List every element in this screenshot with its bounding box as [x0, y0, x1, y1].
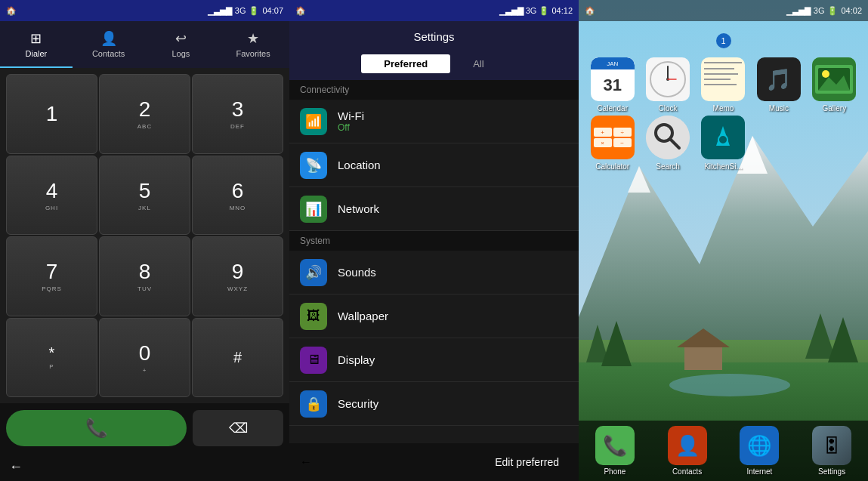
settings-signal: ▁▃▅▇ [499, 6, 524, 15]
wifi-icon: 📶 [300, 108, 327, 135]
app-kitchen[interactable]: KitchenSi... [697, 116, 749, 171]
key-2[interactable]: 2 ABC [99, 74, 190, 154]
edit-preferred-button[interactable]: Edit preferred [486, 452, 568, 473]
tab-contacts-label: Contacts [92, 49, 125, 58]
delete-button[interactable]: ⌫ [193, 410, 283, 446]
settings-tab-bar: Preferred All [289, 51, 579, 80]
home-status-icons: ▁▃▅▇ 3G 🔋 04:02 [786, 6, 862, 16]
home-network: 3G [814, 6, 825, 15]
dialpad: 1 2 ABC 3 DEF 4 GHI 5 JKL 6 MNO 7 PQRS 8… [0, 68, 289, 403]
tab-contacts[interactable]: 👤 Contacts [73, 21, 145, 68]
app-search[interactable]: Search [641, 116, 693, 171]
dock-contacts[interactable]: 👤 Contacts [651, 421, 724, 481]
notification-badge: 1 [716, 33, 731, 48]
wifi-status: Off [338, 122, 568, 133]
dialer-tab-bar: ⊞ Dialer 👤 Contacts ↩ Logs ★ Favorites [0, 21, 289, 68]
app-clock[interactable]: Clock [641, 57, 693, 113]
dock-settings-icon: 🎛 [812, 426, 851, 465]
calendar-icon: JAN 31 [591, 57, 635, 101]
key-6[interactable]: 6 MNO [192, 156, 283, 236]
svg-point-22 [646, 116, 690, 159]
sounds-text: Sounds [338, 266, 568, 279]
home-status-bar: 🏠 ▁▃▅▇ 3G 🔋 04:02 [579, 0, 868, 21]
tab-dialer[interactable]: ⊞ Dialer [0, 21, 73, 68]
tab-favorites[interactable]: ★ Favorites [217, 21, 289, 68]
digit-7: 7 [46, 260, 58, 284]
back-arrow-icon[interactable]: ← [9, 459, 23, 475]
contacts-icon: 👤 [100, 30, 117, 47]
sub-wxyz: WXYZ [227, 285, 248, 292]
logs-icon: ↩ [175, 30, 187, 47]
key-7[interactable]: 7 PQRS [6, 236, 97, 316]
sub-tuv: TUV [137, 285, 152, 292]
key-8[interactable]: 8 TUV [99, 236, 190, 316]
network-icon: 📊 [300, 196, 327, 223]
sounds-icon: 🔊 [300, 259, 327, 286]
settings-home-icon[interactable]: 🏠 [295, 6, 306, 16]
digit-hash: # [233, 349, 242, 366]
signal-bars: ▁▃▅▇ [208, 6, 232, 16]
clock-time: 04:07 [262, 6, 283, 15]
key-4[interactable]: 4 GHI [6, 156, 97, 236]
key-3[interactable]: 3 DEF [192, 74, 283, 154]
svg-point-21 [822, 70, 829, 78]
key-5[interactable]: 5 JKL [99, 156, 190, 236]
home-home-icon[interactable]: 🏠 [585, 6, 595, 16]
dock-phone-label: Phone [604, 467, 626, 476]
settings-list: Connectivity 📶 Wi-Fi Off 📡 Location 📊 Ne… [289, 80, 579, 443]
wifi-setting[interactable]: 📶 Wi-Fi Off [289, 100, 579, 143]
home-icon[interactable]: 🏠 [6, 6, 17, 16]
settings-status-bar: 🏠 ▁▃▅▇ 3G 🔋 04:12 [289, 0, 579, 21]
sub-def: DEF [230, 123, 245, 130]
sounds-setting[interactable]: 🔊 Sounds [289, 251, 579, 294]
settings-footer: ← Edit preferred [289, 443, 579, 481]
dialer-back-nav: ← [0, 452, 289, 481]
security-name: Security [338, 397, 568, 410]
display-setting[interactable]: 🖥 Display [289, 338, 579, 382]
location-setting[interactable]: 📡 Location [289, 143, 579, 187]
calendar-label: Calendar [597, 104, 628, 113]
app-calculator[interactable]: + ÷ × − Calculator [586, 116, 638, 171]
key-star[interactable]: * P [6, 318, 97, 398]
dock-internet[interactable]: 🌐 Internet [724, 421, 796, 481]
gallery-label: Gallery [822, 104, 846, 113]
app-calendar[interactable]: JAN 31 Calendar [586, 57, 638, 113]
dock-settings[interactable]: 🎛 Settings [795, 421, 868, 481]
key-0[interactable]: 0 + [99, 318, 190, 398]
digit-6: 6 [232, 179, 244, 203]
tab-logs[interactable]: ↩ Logs [145, 21, 218, 68]
dock-phone[interactable]: 📞 Phone [579, 421, 651, 481]
wallpaper-text: Wallpaper [338, 310, 568, 322]
security-setting[interactable]: 🔒 Security [289, 382, 579, 426]
display-text: Display [338, 353, 568, 366]
network-type: 3G [235, 6, 246, 15]
location-icon: 📡 [300, 152, 327, 179]
sub-pqrs: PQRS [42, 285, 62, 292]
call-button[interactable]: 📞 [6, 410, 187, 446]
settings-back-icon[interactable]: ← [300, 455, 312, 469]
key-9[interactable]: 9 WXYZ [192, 236, 283, 316]
wifi-name: Wi-Fi [338, 109, 568, 122]
app-music[interactable]: 🎵 Music [752, 57, 805, 113]
wallpaper-setting[interactable]: 🖼 Wallpaper [289, 294, 579, 338]
settings-time: 04:12 [551, 6, 573, 15]
music-icon: 🎵 [757, 57, 801, 101]
display-icon: 🖥 [300, 347, 327, 374]
app-gallery[interactable]: Gallery [808, 57, 860, 113]
dock-internet-label: Internet [746, 467, 772, 476]
network-setting[interactable]: 📊 Network [289, 187, 579, 231]
memo-label: Memo [713, 104, 734, 113]
key-1[interactable]: 1 [6, 74, 97, 154]
sub-plus: + [143, 367, 147, 374]
home-panel: 🏠 ▁▃▅▇ 3G 🔋 04:02 1 JAN 31 Calendar [579, 0, 868, 481]
app-memo[interactable]: Memo [697, 57, 749, 113]
home-battery: 🔋 [827, 6, 838, 16]
key-hash[interactable]: # [192, 318, 283, 398]
kitchen-icon [701, 116, 745, 159]
digit-8: 8 [139, 260, 151, 284]
tab-all[interactable]: All [450, 54, 506, 73]
sub-abc: ABC [137, 123, 152, 130]
system-label: System [289, 231, 579, 251]
tab-preferred[interactable]: Preferred [361, 54, 450, 73]
svg-point-27 [718, 135, 727, 144]
